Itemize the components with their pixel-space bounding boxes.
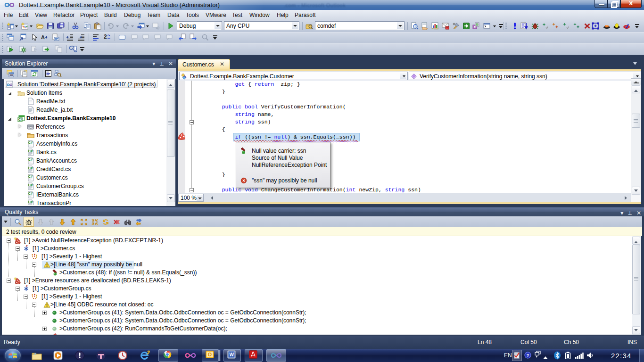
svg-text:2: 2 xyxy=(104,33,107,40)
svg-text:C#: C# xyxy=(28,140,33,145)
svg-text:C#: C# xyxy=(28,191,33,196)
svg-text:C#: C# xyxy=(28,157,33,162)
svg-text:O: O xyxy=(208,352,212,357)
svg-text:C#: C# xyxy=(28,183,33,187)
svg-text:?: ? xyxy=(527,353,529,358)
svg-text:C#: C# xyxy=(28,174,33,179)
svg-text:C#: C# xyxy=(18,118,23,121)
svg-text:A: A xyxy=(41,34,45,40)
svg-text:W: W xyxy=(229,352,234,357)
svg-text:C#: C# xyxy=(28,200,33,204)
svg-text:C#: C# xyxy=(28,166,33,170)
svg-text:C#: C# xyxy=(28,149,33,153)
